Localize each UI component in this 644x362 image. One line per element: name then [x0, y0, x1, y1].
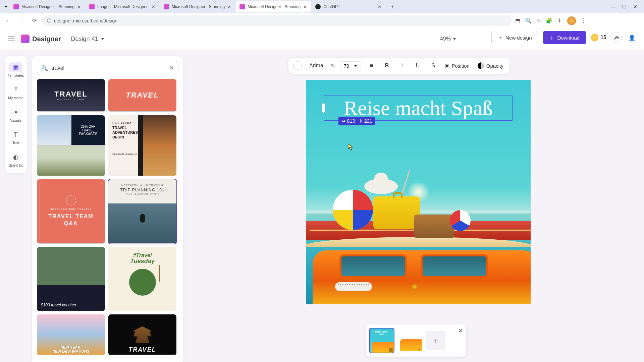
designer-favicon: [89, 4, 95, 9]
text-align-button[interactable]: ≡: [366, 61, 376, 71]
page-thumbnail-1[interactable]: Reise macht Spaß 1: [370, 328, 394, 353]
tab-list-button[interactable]: [3, 3, 9, 10]
rail-tab-visuals[interactable]: ✦ Visuals: [6, 105, 25, 125]
visuals-icon: ✦: [13, 109, 18, 116]
text-icon: T: [14, 131, 18, 138]
strikethrough-button[interactable]: S: [428, 61, 438, 71]
template-card[interactable]: TRAVEL: [108, 79, 176, 112]
font-size-selector[interactable]: 79: [340, 61, 361, 70]
close-icon[interactable]: ✕: [227, 4, 232, 9]
template-card[interactable]: 25% OFFTRAVEL PACKAGES: [37, 115, 105, 176]
rail-tab-brandkit[interactable]: ◐ Brand kit: [6, 149, 25, 170]
downloads-icon[interactable]: ⭳: [557, 18, 562, 24]
download-icon: ⭳: [549, 35, 554, 41]
bold-button[interactable]: B: [382, 61, 392, 71]
template-card[interactable]: #TravelTuesday: [108, 247, 176, 311]
chevron-down-icon: [101, 38, 104, 40]
context-toolbar: Arima ✎ 79 ≡ B I U S ▣ Position Opacity: [288, 58, 509, 74]
tab-label: Microsoft Designer - Stunning: [21, 4, 74, 9]
canvas-object-hat[interactable]: [364, 179, 398, 194]
browser-tab[interactable]: Microsoft Designer - Stunning✕: [10, 1, 85, 12]
canvas-object-ball[interactable]: [450, 210, 471, 231]
profile-avatar[interactable]: [567, 16, 576, 25]
install-app-icon[interactable]: ⬒: [515, 17, 520, 24]
designer-logo[interactable]: Designer: [21, 35, 61, 43]
rail-tab-mymedia[interactable]: ⤒ My media: [6, 82, 25, 103]
browser-tab-active[interactable]: Microsoft Designer - Stunning✕: [236, 1, 311, 12]
page-number: 1: [389, 348, 393, 352]
font-family-selector[interactable]: Arima: [307, 63, 325, 69]
template-text: PLACES YOU'LL LOVE: [57, 99, 85, 101]
tab-label: Microsoft Designer - Stunning: [248, 4, 301, 9]
template-card[interactable]: LET YOUR TRAVEL ADVENTURES BEGINWE DEPAR…: [108, 115, 176, 176]
template-text: TRAVEL: [54, 90, 87, 99]
template-search-input[interactable]: 🔍 travel ✕: [37, 61, 178, 75]
canvas-object-suitcase[interactable]: [373, 196, 420, 229]
height-value: 221: [364, 118, 372, 124]
opacity-label: Opacity: [486, 63, 503, 69]
credits-badge[interactable]: 15: [591, 34, 606, 41]
close-window-button[interactable]: ✕: [633, 4, 637, 9]
browser-tab[interactable]: Images - Microsoft Designer✕: [86, 1, 160, 12]
design-canvas[interactable]: Reise macht Spaß ⇔ 813 ⇕ 221: [306, 80, 531, 304]
new-design-button[interactable]: ＋ New design: [491, 31, 538, 44]
template-card[interactable]: NEW YEAR,NEW DESTINATIONS: [37, 314, 105, 355]
chevron-down-icon: [354, 65, 357, 67]
template-card[interactable]: NORTHERN WIND TRAVELSTRAVEL TEAM Q&A: [37, 179, 105, 244]
rail-tab-templates[interactable]: ▦ Templates: [6, 60, 25, 80]
selected-text-element[interactable]: Reise macht Spaß ⇔ 813 ⇕ 221: [324, 96, 513, 121]
hamburger-menu[interactable]: [7, 34, 16, 44]
resize-handle-left[interactable]: [322, 103, 325, 113]
minimize-button[interactable]: —: [611, 4, 615, 9]
underline-button[interactable]: U: [413, 61, 423, 71]
zoom-icon[interactable]: 🔍: [525, 17, 532, 24]
italic-button[interactable]: I: [397, 61, 407, 71]
rail-tab-text[interactable]: T Text: [6, 127, 25, 147]
canvas-text[interactable]: Reise macht Spaß: [324, 97, 513, 119]
document-name-dropdown[interactable]: Design 41: [71, 36, 104, 43]
template-card[interactable]: TRAVEL: [108, 314, 176, 355]
clear-search-button[interactable]: ✕: [169, 64, 174, 72]
canvas-object-beachball[interactable]: [333, 190, 373, 230]
position-button[interactable]: ▣ Position: [443, 63, 471, 69]
kebab-menu-icon[interactable]: ⋮: [581, 17, 586, 24]
canvas-area: Arima ✎ 79 ≡ B I U S ▣ Position Opacity: [188, 54, 644, 362]
template-card[interactable]: TRAVELPLACES YOU'LL LOVE: [37, 79, 105, 112]
address-bar[interactable]: ⓘ designer.microsoft.com/design: [42, 15, 512, 26]
add-page-button[interactable]: ＋: [426, 331, 445, 350]
close-icon[interactable]: ✕: [152, 4, 156, 9]
opacity-button[interactable]: Opacity: [476, 62, 505, 69]
site-info-icon[interactable]: ⓘ: [47, 18, 51, 24]
edit-font-icon[interactable]: ✎: [331, 63, 335, 68]
template-card[interactable]: $100 travel voucher: [37, 247, 105, 311]
close-icon[interactable]: ✕: [77, 4, 82, 9]
reload-button[interactable]: ⟳: [30, 16, 39, 25]
maximize-button[interactable]: ☐: [622, 4, 627, 9]
browser-tab[interactable]: ChatGPT✕: [312, 1, 386, 12]
canvas-object-suitcase[interactable]: [414, 215, 454, 238]
tab-label: ChatGPT: [323, 4, 375, 9]
template-grid[interactable]: TRAVELPLACES YOU'LL LOVE TRAVEL 25% OFFT…: [37, 79, 178, 355]
text-color-swatch[interactable]: [293, 61, 302, 70]
template-card-selected[interactable]: NORTHERN WIND TRAVELSTRIP PLANNING 101YO…: [108, 179, 176, 244]
tab-label: Microsoft Designer - Stunning: [172, 4, 225, 9]
back-button[interactable]: ←: [4, 16, 13, 25]
zoom-control[interactable]: 49%: [440, 36, 456, 42]
account-button[interactable]: 👤: [627, 32, 637, 43]
upload-icon: ⤒: [13, 86, 18, 94]
new-tab-button[interactable]: ＋: [388, 2, 397, 11]
download-button[interactable]: ⭳ Download: [543, 31, 586, 44]
close-icon[interactable]: ✕: [378, 4, 382, 9]
share-button[interactable]: ⟲: [611, 32, 622, 43]
forward-button[interactable]: →: [17, 16, 26, 25]
designer-favicon: [239, 4, 245, 9]
canvas-object-car[interactable]: [313, 250, 531, 304]
close-strip-button[interactable]: ✕: [458, 327, 463, 335]
extension-icon[interactable]: 🧩: [546, 17, 552, 24]
width-icon: ⇔: [342, 118, 346, 124]
bookmark-icon[interactable]: ☆: [536, 17, 541, 24]
browser-tab[interactable]: Microsoft Designer - Stunning✕: [160, 1, 235, 12]
close-icon[interactable]: ✕: [303, 4, 308, 9]
page-thumbnail-2[interactable]: 2: [398, 328, 422, 353]
template-text: 25% OFF: [81, 125, 95, 128]
